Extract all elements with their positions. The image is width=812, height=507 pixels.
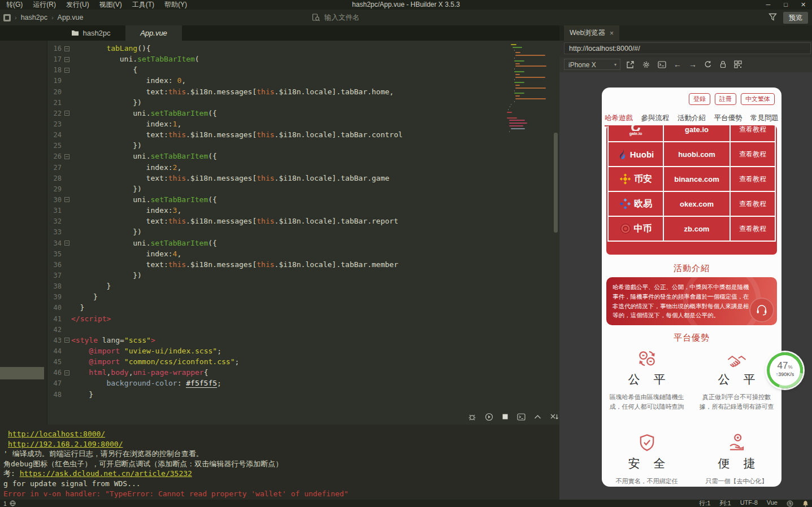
preview-toggle-button[interactable]: 预览 bbox=[783, 12, 808, 24]
preview-nav-tab[interactable]: 哈希遊戲 bbox=[605, 113, 633, 126]
window-title: hash2pc/App.vue - HBuilder X 3.5.3 bbox=[243, 0, 569, 9]
view-tutorial-button[interactable]: 查看教程 bbox=[730, 142, 775, 167]
menu-item[interactable]: 发行(U) bbox=[61, 0, 94, 10]
token: ( bbox=[195, 55, 199, 63]
fold-toggle-icon[interactable] bbox=[64, 197, 70, 202]
lock-icon[interactable] bbox=[719, 60, 727, 68]
run-icon[interactable] bbox=[485, 413, 493, 421]
maximize-button[interactable]: □ bbox=[777, 0, 794, 9]
stop-icon[interactable] bbox=[502, 413, 509, 420]
breadcrumb-project[interactable]: hash2pc bbox=[21, 14, 47, 21]
customer-service-button[interactable] bbox=[749, 298, 774, 322]
tab-hash2pc[interactable]: hash2pc bbox=[57, 25, 125, 41]
title-bar: 转(G)运行(R)发行(U)视图(V)工具(T)帮助(Y) hash2pc/Ap… bbox=[0, 0, 812, 10]
clear-console-icon[interactable] bbox=[550, 413, 559, 421]
fold-toggle-icon[interactable] bbox=[64, 241, 70, 246]
fold-toggle-icon[interactable] bbox=[64, 370, 70, 375]
fold-toggle-icon[interactable] bbox=[64, 57, 70, 62]
back-icon[interactable]: ← bbox=[674, 59, 681, 70]
auth-button[interactable]: 中文繁体 bbox=[741, 93, 775, 105]
view-tutorial-button[interactable]: 查看教程 bbox=[730, 125, 775, 142]
hbuilderx-window: 转(G)运行(R)发行(U)视图(V)工具(T)帮助(Y) hash2pc/Ap… bbox=[0, 0, 812, 507]
menu-item[interactable]: 工具(T) bbox=[127, 0, 159, 10]
auth-button[interactable]: 登錄 bbox=[689, 93, 710, 105]
fold-toggle-icon[interactable] bbox=[64, 111, 70, 116]
fold-toggle-icon[interactable] bbox=[64, 338, 70, 343]
collapse-panel-icon[interactable] bbox=[534, 414, 541, 419]
exchange-domain: binance.com bbox=[663, 167, 730, 191]
problems-count[interactable]: 1 bbox=[3, 500, 7, 507]
fold-toggle-icon[interactable] bbox=[64, 68, 70, 73]
menu-item[interactable]: 帮助(Y) bbox=[159, 0, 192, 10]
line-number: 20 bbox=[48, 87, 62, 98]
status-item[interactable]: 列:1 bbox=[719, 499, 731, 507]
token: .$i18n.locale].tabBar.control bbox=[275, 130, 403, 139]
close-icon[interactable]: × bbox=[610, 29, 614, 37]
code-line: 36text:this.$i18n.messages[this.$i18n.lo… bbox=[48, 259, 560, 270]
open-external-icon[interactable] bbox=[626, 60, 635, 69]
token: this bbox=[257, 217, 274, 225]
forward-icon[interactable]: → bbox=[689, 59, 697, 70]
status-item[interactable]: Vue bbox=[767, 499, 778, 507]
tab-app-vue[interactable]: App.vue bbox=[125, 25, 182, 41]
browser-url-row: http://localhost:8000/#/ bbox=[559, 41, 812, 57]
minimap-line bbox=[514, 82, 524, 83]
feature-title: 公 平 bbox=[694, 371, 779, 387]
preview-nav-tab[interactable]: 參與流程 bbox=[641, 113, 670, 126]
url-input[interactable]: http://localhost:8000/#/ bbox=[564, 42, 811, 54]
code-text: { bbox=[71, 64, 137, 75]
auth-button[interactable]: 註冊 bbox=[715, 93, 736, 105]
view-tutorial-button[interactable]: 查看教程 bbox=[730, 167, 775, 191]
qrcode-icon[interactable] bbox=[734, 60, 742, 68]
token: html bbox=[89, 368, 106, 377]
file-search-input[interactable]: 输入文件名 bbox=[312, 12, 628, 23]
devtools-console-icon[interactable] bbox=[658, 61, 666, 68]
console-link[interactable]: https://ask.dcloud.net.cn/article/35232 bbox=[20, 469, 192, 478]
line-number: 34 bbox=[48, 238, 62, 249]
minimap-line bbox=[515, 52, 520, 53]
project-panel-selected-row[interactable] bbox=[0, 367, 44, 379]
status-item[interactable]: 行:1 bbox=[699, 499, 710, 507]
minimap[interactable] bbox=[505, 43, 557, 134]
filter-funnel-icon[interactable] bbox=[768, 13, 777, 21]
settings-gear-icon[interactable] bbox=[642, 60, 650, 69]
view-tutorial-button[interactable]: 查看教程 bbox=[730, 216, 775, 241]
status-item[interactable]: UTF-8 bbox=[740, 499, 758, 507]
browser-tab[interactable]: Web浏览器 × bbox=[564, 25, 619, 41]
code-editor[interactable]: 16tabLang(){17uni.setTabBarItem(18{19ind… bbox=[47, 41, 560, 425]
breadcrumb-file[interactable]: App.vue bbox=[58, 14, 84, 21]
fold-toggle-icon[interactable] bbox=[64, 46, 70, 51]
preview-nav-tab[interactable]: 活動介紹 bbox=[678, 113, 706, 126]
refresh-icon[interactable] bbox=[704, 60, 712, 68]
exchange-domain: huobi.com bbox=[663, 142, 730, 167]
fold-toggle-icon[interactable] bbox=[64, 154, 70, 159]
token: : bbox=[177, 379, 186, 387]
debug-icon[interactable] bbox=[468, 413, 476, 421]
preview-nav-tab[interactable]: 常見問題 bbox=[750, 113, 779, 126]
terminal-icon[interactable] bbox=[517, 413, 526, 421]
view-tutorial-button[interactable]: 查看教程 bbox=[730, 191, 775, 216]
advantage-section-title: 平台優勢 bbox=[602, 333, 781, 343]
menu-item[interactable]: 转(G) bbox=[1, 0, 28, 10]
editor-scrollbar[interactable] bbox=[554, 133, 558, 233]
bell-icon[interactable] bbox=[802, 500, 809, 507]
globe-icon[interactable] bbox=[10, 500, 16, 506]
network-speed-badge[interactable]: 47% ↑390K/s bbox=[767, 352, 803, 388]
menu-item[interactable]: 运行(R) bbox=[28, 0, 61, 10]
preview-nav-tab[interactable]: 平台優勢 bbox=[714, 113, 742, 126]
minimap-line bbox=[515, 63, 520, 64]
close-button[interactable]: ✕ bbox=[794, 0, 812, 9]
device-select[interactable]: iPhone X ▾ bbox=[564, 59, 620, 70]
history-icon[interactable] bbox=[787, 500, 793, 507]
token: uni. bbox=[120, 55, 137, 63]
exchange-row: Huobihuobi.com查看教程 bbox=[608, 142, 775, 167]
minimap-line bbox=[509, 123, 527, 124]
token: .$i18n.messages[ bbox=[186, 217, 257, 225]
minimize-button[interactable]: ─ bbox=[759, 0, 777, 9]
menu-item[interactable]: 视图(V) bbox=[94, 0, 127, 10]
token: { bbox=[204, 368, 209, 377]
console-link[interactable]: http://192.168.2.109:8000/ bbox=[8, 440, 123, 448]
console-link[interactable]: http://localhost:8000/ bbox=[8, 430, 105, 438]
code-text: uni.setTabBarItem({ bbox=[71, 194, 217, 205]
minimap-line bbox=[509, 125, 524, 126]
